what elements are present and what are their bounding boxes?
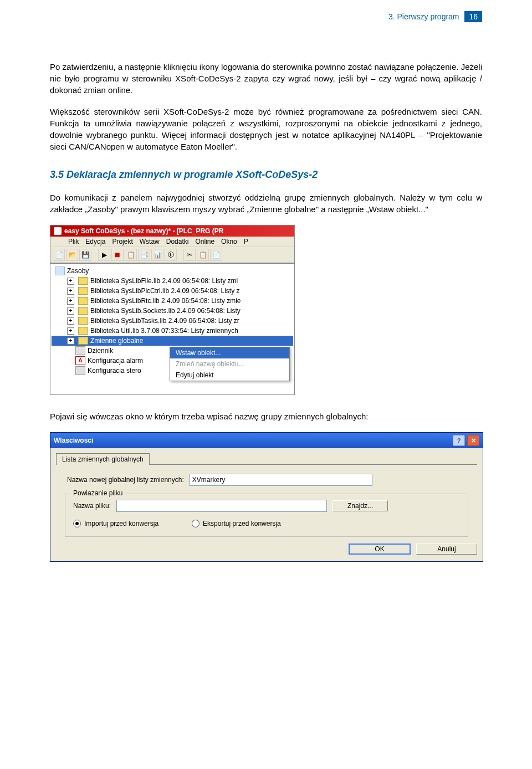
expand-icon[interactable]: + bbox=[67, 288, 74, 295]
cancel-button[interactable]: Anuluj bbox=[416, 544, 477, 555]
expand-icon[interactable]: + bbox=[67, 327, 74, 335]
page-number: 16 bbox=[464, 11, 482, 22]
toolbar-btn-8[interactable]: 📊 bbox=[151, 249, 163, 261]
ctxmenu-rename-object: Zmień nazwę obiektu... bbox=[170, 358, 289, 370]
folder-icon bbox=[78, 317, 88, 325]
expand-icon[interactable]: + bbox=[67, 298, 74, 305]
tree-item[interactable]: +Biblioteka SysLibTasks.lib 2.4.09 06:54… bbox=[52, 316, 293, 326]
tree-connector bbox=[67, 358, 73, 364]
tree-label: Biblioteka SysLibTasks.lib 2.4.09 06:54:… bbox=[90, 316, 239, 326]
expand-icon[interactable]: + bbox=[67, 317, 74, 325]
context-menu[interactable]: Wstaw obiekt... Zmień nazwę obiektu... E… bbox=[170, 347, 290, 381]
tree-label: Biblioteka SysLibPlcCtrl.lib 2.4.09 06:5… bbox=[90, 286, 239, 296]
ok-button[interactable]: OK bbox=[349, 544, 411, 555]
tree-label: Konfiguracja alarm bbox=[88, 356, 143, 366]
tree-item[interactable]: +Biblioteka SysLibFile.lib 2.4.09 06:54:… bbox=[52, 276, 293, 286]
tree-item-selected[interactable]: +Zmienne globalne bbox=[52, 336, 293, 346]
radio-off-icon bbox=[192, 520, 200, 527]
tree-label: Dziennik bbox=[88, 346, 113, 356]
resource-tree[interactable]: Zasoby +Biblioteka SysLibFile.lib 2.4.09… bbox=[50, 263, 294, 394]
screenshot-codesys-window: easy Soft CoDeSys - (bez nazwy)* - [PLC_… bbox=[50, 225, 295, 395]
groupbox-file-binding: Powiazanie pliku Nazwa pliku: Znajdz... … bbox=[65, 494, 468, 537]
label-new-list-name: Nazwa nowej globalnej listy zmiennych: bbox=[67, 476, 184, 484]
menu-system-icon[interactable] bbox=[54, 238, 62, 245]
doc-icon bbox=[54, 238, 62, 245]
expand-icon[interactable]: + bbox=[67, 278, 74, 285]
tree-label: Biblioteka Util.lib 3.7.08 07:33:54: Lis… bbox=[90, 326, 238, 336]
config-icon bbox=[75, 366, 85, 375]
alarm-icon: A bbox=[75, 356, 85, 365]
row-filename: Nazwa pliku: Znajdz... bbox=[73, 500, 460, 512]
page-header: 3. Pierwszy program 16 bbox=[50, 11, 482, 22]
folder-icon bbox=[78, 277, 88, 285]
groupbox-legend: Powiazanie pliku bbox=[71, 489, 125, 497]
close-button[interactable]: ✕ bbox=[467, 435, 479, 446]
dialog-body: Lista zmiennych globalnych Nazwa nowej g… bbox=[50, 448, 483, 561]
ctxmenu-edit-object[interactable]: Edytuj obiekt bbox=[170, 370, 289, 381]
radio-export-label: Eksportuj przed konwersja bbox=[203, 520, 281, 527]
help-button[interactable]: ? bbox=[453, 435, 465, 446]
expand-icon[interactable]: + bbox=[67, 307, 74, 315]
toolbar-btn-6[interactable]: 📋 bbox=[125, 249, 137, 261]
menu-online[interactable]: Online bbox=[195, 238, 214, 245]
folder-icon bbox=[78, 307, 88, 315]
folder-icon bbox=[78, 337, 88, 345]
toolbar-btn-9[interactable]: 🛈 bbox=[165, 249, 177, 261]
toolbar-run-button[interactable]: ▶ bbox=[98, 249, 110, 261]
label-filename: Nazwa pliku: bbox=[73, 502, 111, 510]
toolbar-open-button[interactable]: 📂 bbox=[66, 249, 78, 261]
dialog-title: Wlasciwosci bbox=[54, 437, 93, 444]
section-label: 3. Pierwszy program bbox=[388, 12, 459, 21]
tree-item[interactable]: +Biblioteka SysLibPlcCtrl.lib 2.4.09 06:… bbox=[52, 286, 293, 296]
menu-dodatki[interactable]: Dodatki bbox=[166, 238, 189, 245]
tree-root-label: Zasoby bbox=[67, 266, 89, 276]
tree-label: Konfiguracia stero bbox=[88, 366, 141, 376]
toolbar-save-button[interactable]: 💾 bbox=[79, 249, 91, 261]
folder-icon bbox=[78, 297, 88, 305]
menu-p[interactable]: P bbox=[244, 238, 248, 245]
input-list-name[interactable]: XVmarkery bbox=[190, 474, 372, 486]
tree-root[interactable]: Zasoby bbox=[52, 266, 293, 276]
paragraph-3: Do komunikacji z panelem najwygodniej st… bbox=[50, 192, 482, 215]
menu-edycja[interactable]: Edycja bbox=[85, 238, 105, 245]
folder-icon bbox=[78, 327, 88, 335]
toolbar-stop-button[interactable]: ⏹ bbox=[111, 249, 124, 261]
radio-import[interactable]: Importuj przed konwersja bbox=[73, 520, 158, 527]
dialog-titlebar: Wlasciwosci ? ✕ bbox=[50, 433, 483, 448]
tree-item[interactable]: +Biblioteka SysLibRtc.lib 2.4.09 06:54:0… bbox=[52, 296, 293, 306]
radio-export[interactable]: Eksportuj przed konwersja bbox=[192, 520, 281, 527]
menu-wstaw[interactable]: Wstaw bbox=[140, 238, 160, 245]
toolbar-paste-button[interactable]: 📄 bbox=[210, 249, 222, 261]
toolbar-cut-button[interactable]: ✂ bbox=[183, 249, 196, 261]
dialog-button-row: OK Anuluj bbox=[56, 544, 477, 555]
window-titlebar: easy Soft CoDeSys - (bez nazwy)* - [PLC_… bbox=[50, 225, 294, 237]
tree-item[interactable]: +Biblioteka SysLib.Sockets.lib 2.4.09 06… bbox=[52, 306, 293, 316]
menubar[interactable]: Plik Edycja Projekt Wstaw Dodatki Online… bbox=[50, 237, 294, 247]
paragraph-4: Pojawi się wówczas okno w którym trzeba … bbox=[50, 411, 482, 422]
input-filename[interactable] bbox=[116, 500, 327, 512]
row-name: Nazwa nowej globalnej listy zmiennych: X… bbox=[67, 474, 477, 486]
app-icon bbox=[54, 227, 62, 235]
screenshot-properties-dialog: Wlasciwosci ? ✕ Lista zmiennych globalny… bbox=[50, 432, 483, 562]
tree-item[interactable]: +Biblioteka Util.lib 3.7.08 07:33:54: Li… bbox=[52, 326, 293, 336]
tab-strip: Lista zmiennych globalnych bbox=[56, 453, 477, 465]
toolbar-btn-7[interactable]: 📑 bbox=[138, 249, 150, 261]
toolbar-new-button[interactable]: 📄 bbox=[53, 249, 65, 261]
window-title: easy Soft CoDeSys - (bez nazwy)* - [PLC_… bbox=[64, 227, 223, 235]
diary-icon bbox=[75, 346, 85, 355]
resources-icon bbox=[55, 266, 65, 275]
collapse-icon[interactable]: + bbox=[67, 337, 74, 345]
menu-projekt[interactable]: Projekt bbox=[112, 238, 132, 245]
tab-global-vars[interactable]: Lista zmiennych globalnych bbox=[56, 453, 150, 465]
menu-plik[interactable]: Plik bbox=[68, 238, 79, 245]
paragraph-1: Po zatwierdzeniu, a następnie kliknięciu… bbox=[50, 61, 482, 96]
browse-button[interactable]: Znajdz... bbox=[332, 500, 388, 511]
tree-label: Biblioteka SysLibFile.lib 2.4.09 06:54:0… bbox=[90, 276, 238, 286]
tree-connector bbox=[67, 368, 73, 374]
radio-group-conversion: Importuj przed konwersja Eksportuj przed… bbox=[73, 520, 460, 527]
radio-on-icon bbox=[73, 520, 81, 527]
tree-label: Biblioteka SysLibRtc.lib 2.4.09 06:54:08… bbox=[90, 296, 241, 306]
ctxmenu-insert-object[interactable]: Wstaw obiekt... bbox=[170, 347, 289, 358]
toolbar-copy-button[interactable]: 📋 bbox=[197, 249, 209, 261]
menu-okno[interactable]: Okno bbox=[221, 238, 237, 245]
